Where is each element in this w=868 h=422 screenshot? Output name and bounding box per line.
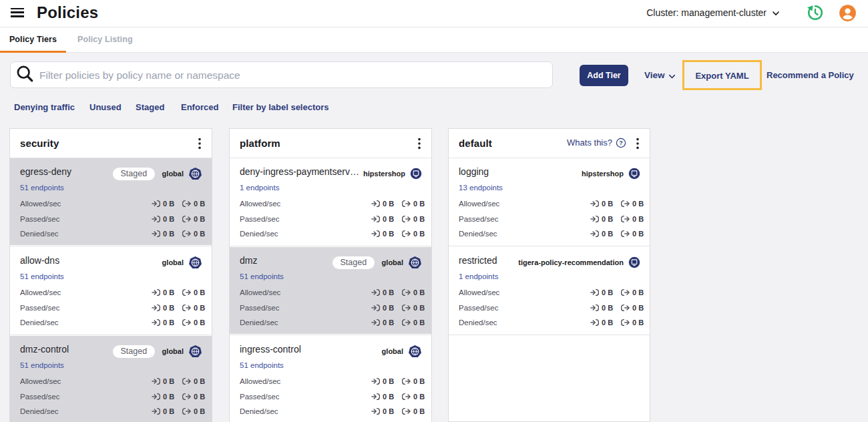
svg-text:?: ?: [619, 140, 623, 146]
